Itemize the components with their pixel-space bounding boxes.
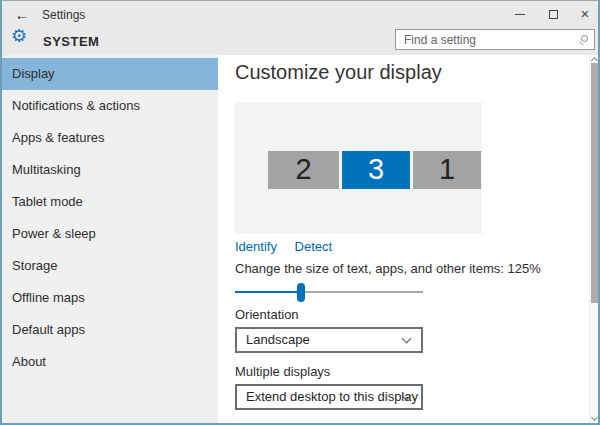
header: ⚙ SYSTEM (2, 28, 598, 55)
orientation-dropdown[interactable]: Landscape (235, 327, 423, 353)
sidebar-item-power-sleep[interactable]: Power & sleep (2, 218, 218, 250)
scaling-label: Change the size of text, apps, and other… (235, 261, 541, 276)
slider-thumb[interactable] (297, 283, 305, 302)
sidebar-item-apps-features[interactable]: Apps & features (2, 122, 218, 154)
monitor-3-selected[interactable]: 3 (342, 151, 410, 189)
scaling-slider[interactable] (235, 283, 423, 302)
monitor-2[interactable]: 2 (268, 151, 339, 189)
scrollbar-thumb[interactable] (591, 63, 598, 303)
gear-icon: ⚙ (11, 25, 27, 47)
minimize-button[interactable] (505, 1, 535, 27)
identify-link[interactable]: Identify (235, 239, 277, 254)
slider-fill (235, 291, 301, 293)
sidebar-item-storage[interactable]: Storage (2, 250, 218, 282)
sidebar-item-notifications-actions[interactable]: Notifications & actions (2, 90, 218, 122)
window-title: Settings (42, 8, 85, 22)
sidebar: Display Notifications & actions Apps & f… (2, 55, 218, 423)
monitor-links: Identify Detect (235, 239, 346, 254)
page-title: SYSTEM (43, 34, 99, 49)
sidebar-item-offline-maps[interactable]: Offline maps (2, 282, 218, 314)
sidebar-item-about[interactable]: About (2, 346, 218, 378)
multiple-displays-label: Multiple displays (235, 364, 330, 379)
search-input[interactable] (404, 30, 569, 49)
settings-window: ← Settings × ⚙ SYSTEM Display Notificati… (0, 0, 600, 425)
orientation-value: Landscape (246, 332, 310, 347)
monitor-arrangement-preview: 2 3 1 (235, 102, 482, 234)
sidebar-item-default-apps[interactable]: Default apps (2, 314, 218, 346)
scroll-down-icon[interactable] (591, 414, 598, 421)
orientation-label: Orientation (235, 307, 299, 322)
vertical-scrollbar[interactable] (589, 55, 598, 423)
titlebar: ← Settings × (2, 1, 598, 28)
minimize-icon (515, 14, 525, 15)
detect-link[interactable]: Detect (295, 239, 333, 254)
maximize-button[interactable] (538, 1, 568, 27)
back-arrow-icon: ← (15, 6, 30, 23)
multiple-displays-value: Extend desktop to this display (246, 389, 418, 404)
close-icon: × (581, 5, 590, 22)
section-heading: Customize your display (235, 61, 442, 84)
sidebar-item-display[interactable]: Display (2, 58, 218, 90)
monitor-1[interactable]: 1 (413, 151, 481, 189)
chevron-down-icon (402, 334, 412, 344)
sidebar-item-multitasking[interactable]: Multitasking (2, 154, 218, 186)
sidebar-item-tablet-mode[interactable]: Tablet mode (2, 186, 218, 218)
back-button[interactable]: ← (10, 4, 34, 25)
search-box[interactable] (395, 29, 595, 50)
display-settings-pane: Customize your display 2 3 1 Identify De… (218, 55, 598, 423)
search-icon[interactable] (581, 35, 588, 42)
close-button[interactable]: × (570, 1, 600, 27)
maximize-icon (549, 10, 558, 19)
multiple-displays-dropdown[interactable]: Extend desktop to this display (235, 384, 423, 410)
